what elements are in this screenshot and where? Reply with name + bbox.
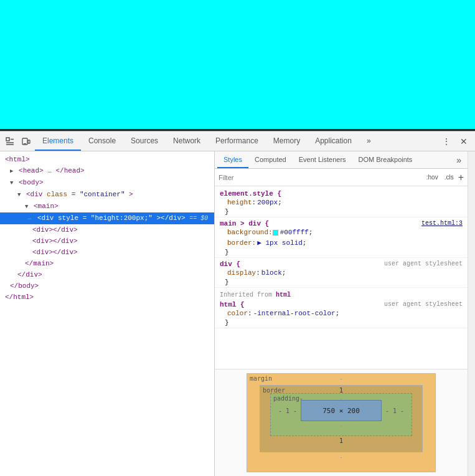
- prop-height: height : 200px ;: [220, 198, 463, 208]
- tab-sources[interactable]: Sources: [123, 131, 166, 151]
- tab-application[interactable]: Application: [308, 131, 359, 151]
- tab-console[interactable]: Console: [81, 131, 123, 151]
- toolbar-right-buttons: ⋮ ✕: [439, 134, 473, 149]
- content-box: 750 × 200: [301, 400, 382, 421]
- rule-html-ua: html { user agent stylesheet color : -in…: [215, 300, 468, 328]
- dom-line-body-close[interactable]: </body>: [0, 280, 214, 292]
- prop-border: border: ▶ 1px solid ;: [220, 238, 463, 249]
- dom-line-html-close[interactable]: </html>: [0, 292, 214, 303]
- dom-line-div-2[interactable]: <div></div>: [0, 236, 214, 247]
- inherited-from-label: Inherited from html: [215, 289, 468, 300]
- box-model-section: margin - border 1 padding- -: [215, 369, 468, 476]
- tab-memory[interactable]: Memory: [266, 131, 308, 151]
- padding-bottom-val: -: [339, 422, 343, 429]
- close-devtools-button[interactable]: ✕: [456, 134, 471, 149]
- right-side-vals: - 1 -: [385, 407, 404, 414]
- devtools-main: <html> ▶ <head> … </head> ▼ <body> ▼ <di…: [0, 151, 475, 476]
- dom-tree-panel[interactable]: <html> ▶ <head> … </head> ▼ <body> ▼ <di…: [0, 151, 215, 476]
- source-link-test[interactable]: test.html:3: [421, 220, 463, 227]
- subtab-computed[interactable]: Computed: [248, 151, 293, 168]
- prop-background: background: #00ffff ;: [220, 227, 463, 238]
- dom-line-div-container[interactable]: ▼ <div class = "container" >: [0, 189, 214, 201]
- hov-filter-button[interactable]: :hov: [425, 173, 440, 181]
- rule-div-ua: div { user agent stylesheet display : bl…: [215, 259, 468, 288]
- tab-performance[interactable]: Performance: [208, 131, 266, 151]
- subtab-dom-breakpoints[interactable]: DOM Breakpoints: [352, 151, 419, 168]
- padding-label: padding-: [273, 395, 303, 402]
- dom-line-html[interactable]: <html>: [0, 154, 214, 165]
- color-swatch-background[interactable]: [273, 230, 278, 236]
- devtools-toolbar: Elements Console Sources Network Perform…: [0, 131, 475, 151]
- dom-line-div-1[interactable]: <div></div>: [0, 224, 214, 236]
- subtab-event-listeners[interactable]: Event Listeners: [293, 151, 352, 168]
- padding-top-val: -: [339, 395, 343, 402]
- dom-line-body-open[interactable]: ▼ <body>: [0, 177, 214, 189]
- styles-subtabs: Styles Computed Event Listeners DOM Brea…: [215, 151, 468, 169]
- tab-network[interactable]: Network: [166, 131, 208, 151]
- svg-rect-5: [28, 140, 30, 143]
- dom-line-div-style[interactable]: … <div style = "height:200px;" ></div> =…: [0, 212, 214, 224]
- styles-content[interactable]: element.style { height : 200px ; } main …: [215, 186, 468, 369]
- subtabs-more-button[interactable]: »: [453, 155, 465, 165]
- settings-button[interactable]: ⋮: [439, 134, 454, 149]
- browser-viewport: [0, 0, 475, 131]
- border-bottom-val: 1: [339, 437, 343, 444]
- tab-elements[interactable]: Elements: [35, 131, 81, 151]
- rule-main-div: main > div { test.html:3 background: #00…: [215, 219, 468, 258]
- add-style-button[interactable]: +: [458, 173, 464, 183]
- box-model-diagram: margin - border 1 padding- -: [220, 373, 463, 472]
- inspect-element-button[interactable]: [2, 134, 17, 149]
- devtools-panel: Elements Console Sources Network Perform…: [0, 131, 475, 476]
- styles-panel: Styles Computed Event Listeners DOM Brea…: [215, 151, 468, 476]
- margin-label: margin: [250, 375, 272, 382]
- devtools-tabs: Elements Console Sources Network Perform…: [35, 131, 439, 151]
- dom-line-head[interactable]: ▶ <head> … </head>: [0, 165, 214, 177]
- margin-top-val: -: [339, 375, 343, 382]
- styles-filter-bar: :hov .cls +: [215, 169, 468, 186]
- styles-filter-input[interactable]: [219, 174, 422, 181]
- prop-display: display : block ;: [220, 268, 463, 278]
- scrollbar[interactable]: [468, 151, 475, 476]
- dom-line-main-close[interactable]: </main>: [0, 258, 214, 269]
- dom-line-div-close[interactable]: </div>: [0, 269, 214, 280]
- content-size: 750 × 200: [322, 407, 360, 415]
- subtab-styles[interactable]: Styles: [217, 151, 248, 168]
- margin-bottom-val: -: [339, 454, 343, 460]
- device-mode-button[interactable]: [19, 134, 34, 149]
- rule-element-style: element.style { height : 200px ; }: [215, 189, 468, 217]
- cls-filter-button[interactable]: .cls: [443, 173, 456, 181]
- left-side-vals: - 1 -: [278, 407, 297, 414]
- dom-line-main-open[interactable]: ▼ <main>: [0, 201, 214, 212]
- tab-more[interactable]: »: [359, 131, 379, 151]
- prop-color: color : -internal-root-color ;: [220, 308, 463, 319]
- svg-rect-0: [6, 138, 9, 141]
- dom-line-div-3[interactable]: <div></div>: [0, 247, 214, 258]
